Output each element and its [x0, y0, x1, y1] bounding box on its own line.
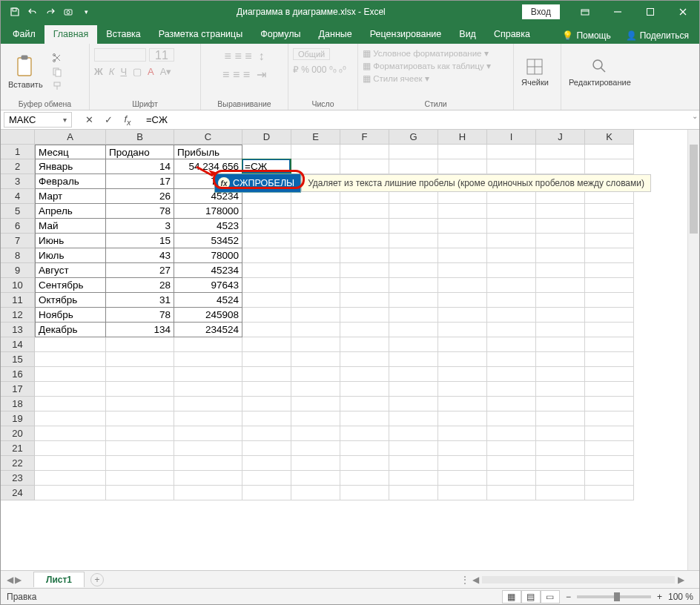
- row-header[interactable]: 3: [1, 174, 35, 189]
- cell[interactable]: [291, 204, 340, 219]
- cell[interactable]: [242, 426, 291, 441]
- cell[interactable]: [242, 278, 291, 293]
- cell[interactable]: [438, 145, 487, 159]
- cell[interactable]: [487, 323, 536, 337]
- cell[interactable]: [35, 456, 106, 471]
- cell[interactable]: [536, 441, 585, 456]
- cell[interactable]: Февраль: [35, 174, 106, 189]
- cell[interactable]: [487, 397, 536, 411]
- cell[interactable]: [106, 337, 174, 352]
- cell[interactable]: [242, 204, 291, 219]
- cell[interactable]: [487, 204, 536, 219]
- cell[interactable]: 26: [106, 189, 174, 204]
- cell[interactable]: [242, 471, 291, 486]
- cell[interactable]: [291, 426, 340, 441]
- cell[interactable]: [438, 352, 487, 367]
- cell[interactable]: [438, 486, 487, 500]
- cell[interactable]: [389, 456, 438, 471]
- column-header[interactable]: I: [487, 130, 536, 145]
- cell[interactable]: Июнь: [35, 234, 106, 248]
- cell[interactable]: [35, 352, 106, 367]
- cell[interactable]: [340, 204, 389, 219]
- cell[interactable]: [340, 219, 389, 234]
- cell[interactable]: [35, 337, 106, 352]
- cell[interactable]: [585, 263, 634, 278]
- cell[interactable]: [242, 456, 291, 471]
- cell[interactable]: [438, 441, 487, 456]
- cell[interactable]: [389, 204, 438, 219]
- column-header[interactable]: E: [291, 130, 340, 145]
- sheet-tab[interactable]: Лист1: [33, 572, 85, 587]
- cell[interactable]: [487, 426, 536, 441]
- cell[interactable]: [340, 145, 389, 159]
- cell[interactable]: [487, 367, 536, 382]
- cell[interactable]: 31: [106, 293, 174, 308]
- qat-customize-icon[interactable]: ▾: [78, 4, 94, 20]
- cell[interactable]: [242, 411, 291, 426]
- cell[interactable]: [242, 263, 291, 278]
- cell[interactable]: [242, 293, 291, 308]
- tab-formulas[interactable]: Формулы: [251, 25, 309, 44]
- ribbon-display-icon[interactable]: [569, 1, 601, 23]
- cell[interactable]: Декабрь: [35, 323, 106, 337]
- cell[interactable]: [536, 145, 585, 159]
- cell[interactable]: [389, 308, 438, 323]
- cell[interactable]: [340, 159, 389, 174]
- cell[interactable]: [389, 426, 438, 441]
- cell[interactable]: [389, 367, 438, 382]
- cell[interactable]: [536, 323, 585, 337]
- row-header[interactable]: 1: [1, 145, 35, 159]
- cell[interactable]: [536, 411, 585, 426]
- cancel-formula-icon[interactable]: ✕: [81, 112, 97, 128]
- cell[interactable]: [438, 337, 487, 352]
- cell[interactable]: [536, 337, 585, 352]
- cell[interactable]: [438, 323, 487, 337]
- cell[interactable]: [242, 486, 291, 500]
- cell[interactable]: [242, 323, 291, 337]
- cell[interactable]: [438, 426, 487, 441]
- cell[interactable]: [340, 337, 389, 352]
- vertical-scrollbar[interactable]: [687, 130, 699, 570]
- cell[interactable]: [585, 411, 634, 426]
- cell[interactable]: 53452: [174, 234, 242, 248]
- cell[interactable]: [106, 441, 174, 456]
- cell[interactable]: [536, 204, 585, 219]
- row-header[interactable]: 15: [1, 352, 35, 367]
- cell[interactable]: [487, 411, 536, 426]
- cell[interactable]: [585, 382, 634, 397]
- cell[interactable]: [585, 486, 634, 500]
- row-header[interactable]: 22: [1, 456, 35, 471]
- cell[interactable]: [106, 411, 174, 426]
- cell[interactable]: [35, 411, 106, 426]
- cell[interactable]: [536, 397, 585, 411]
- cell[interactable]: [242, 308, 291, 323]
- cell[interactable]: [174, 456, 242, 471]
- camera-icon[interactable]: [60, 4, 76, 20]
- cell[interactable]: [242, 382, 291, 397]
- column-header[interactable]: K: [585, 130, 634, 145]
- cell[interactable]: 28: [106, 278, 174, 293]
- cell[interactable]: [340, 278, 389, 293]
- cell[interactable]: Октябрь: [35, 293, 106, 308]
- cell[interactable]: [106, 367, 174, 382]
- cell[interactable]: Январь: [35, 159, 106, 174]
- row-header[interactable]: 21: [1, 441, 35, 456]
- close-icon[interactable]: [667, 1, 699, 23]
- cell[interactable]: [487, 159, 536, 174]
- cell[interactable]: [585, 145, 634, 159]
- tab-page-layout[interactable]: Разметка страницы: [150, 25, 251, 44]
- cell[interactable]: [438, 411, 487, 426]
- cell[interactable]: 4523: [174, 219, 242, 234]
- formula-input[interactable]: =СЖ: [142, 114, 699, 125]
- cell[interactable]: [340, 248, 389, 263]
- column-header[interactable]: A: [35, 130, 106, 145]
- row-header[interactable]: 7: [1, 234, 35, 248]
- cell[interactable]: [438, 263, 487, 278]
- row-header[interactable]: 18: [1, 397, 35, 411]
- cell[interactable]: Месяц: [35, 145, 106, 159]
- zoom-level[interactable]: 100 %: [668, 592, 693, 602]
- cell[interactable]: [389, 382, 438, 397]
- cell[interactable]: 14: [106, 159, 174, 174]
- row-header[interactable]: 8: [1, 248, 35, 263]
- cell[interactable]: [291, 441, 340, 456]
